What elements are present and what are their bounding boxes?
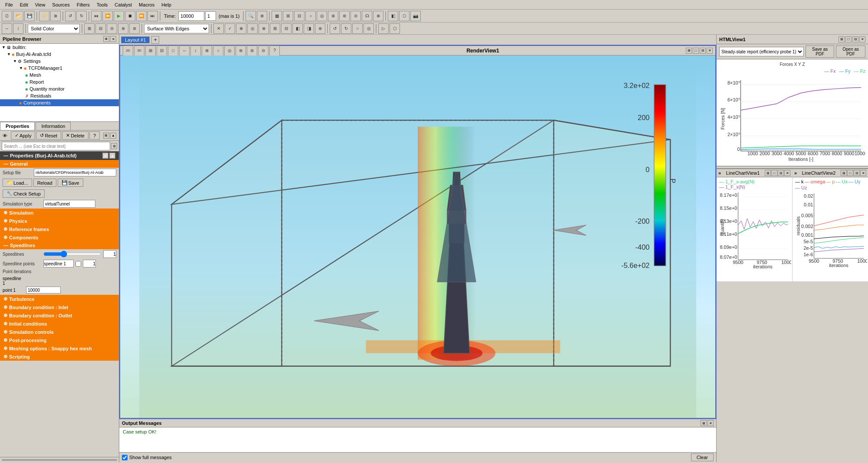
section-init-cond[interactable]: ⊕ Initial conditions: [0, 320, 119, 328]
vt8[interactable]: ⊕: [202, 46, 212, 56]
select-btn[interactable]: ↕: [13, 23, 23, 34]
reset-cam-btn[interactable]: ⊕: [257, 11, 267, 21]
open-pdf-btn[interactable]: Open as PDF: [836, 46, 865, 58]
vt14[interactable]: ?: [269, 46, 280, 56]
section-speedlines[interactable]: — Speedlines: [0, 241, 119, 249]
props-icon2[interactable]: ▲: [110, 133, 116, 139]
lc2-icon2[interactable]: □: [847, 170, 853, 176]
r2-btn8[interactable]: ⊕: [236, 23, 246, 34]
section-turbulence[interactable]: ⊕ Turbulence: [0, 295, 119, 303]
out-icon1[interactable]: ⊞: [701, 420, 707, 426]
reload-btn[interactable]: Reload: [33, 179, 56, 187]
r2-btn16[interactable]: ↺: [330, 23, 340, 34]
menu-help[interactable]: Help: [158, 1, 175, 8]
time-step-input[interactable]: [205, 11, 216, 21]
r2-btn13[interactable]: ◧: [292, 23, 303, 34]
hv-icon1[interactable]: ⊞: [839, 36, 845, 42]
zoom-btn[interactable]: 🔍: [246, 11, 256, 21]
menu-tools[interactable]: Tools: [93, 1, 111, 8]
tree-components[interactable]: ■ Components: [0, 99, 119, 106]
tree-mesh[interactable]: ■ Mesh: [0, 72, 119, 78]
lc1-icon3[interactable]: ⊟: [778, 170, 784, 176]
scene-3d[interactable]: 3.2e+02 200 0 -200 -400 -5.6e+02 P: [120, 55, 715, 418]
pt-iter-2-val[interactable]: [26, 287, 61, 293]
save-btn[interactable]: 💾: [24, 11, 35, 21]
pipeline-close-btn[interactable]: ✕: [110, 36, 116, 42]
r2-btn3[interactable]: ⊝: [107, 23, 117, 34]
r2-btn5[interactable]: ⊚: [129, 23, 140, 34]
lc2-icon1[interactable]: ⊞: [841, 170, 847, 176]
tree-qmon[interactable]: ■ Quantity monitor: [0, 85, 119, 92]
lc1-icon4[interactable]: ✕: [784, 170, 790, 176]
r2-btn10[interactable]: ⊗: [259, 23, 269, 34]
sim-type-input[interactable]: [43, 200, 95, 208]
tree-settings[interactable]: ▼ ⚙ Settings: [0, 58, 119, 65]
section-post-proc[interactable]: ⊕ Post-processing: [0, 336, 119, 344]
undo-btn[interactable]: ↺: [65, 11, 75, 21]
play-start-btn[interactable]: ⏮: [91, 11, 102, 21]
vt1[interactable]: 2D: [123, 46, 133, 56]
check-setup-btn[interactable]: 🔧 Check Setup: [3, 189, 45, 198]
r2-btn14[interactable]: ◨: [304, 23, 314, 34]
section-meshing[interactable]: ⊕ Meshing options : Snappy hex mesh: [0, 344, 119, 352]
rv-icon4[interactable]: ✕: [707, 48, 713, 54]
vt7[interactable]: ↕: [190, 46, 201, 56]
r2-btn15[interactable]: ⊛: [315, 23, 325, 34]
vt5[interactable]: □: [168, 46, 178, 56]
time-input[interactable]: [178, 11, 204, 21]
search-options-btn[interactable]: ⚙: [111, 143, 117, 149]
add-layout-btn[interactable]: +: [151, 36, 159, 44]
reset-btn[interactable]: ↺ Reset: [36, 131, 61, 140]
tree-tcfd[interactable]: ▼ ■ TCFDManager1: [0, 65, 119, 72]
tb6[interactable]: ⊛: [328, 11, 338, 21]
vt6[interactable]: ↔: [179, 46, 190, 56]
menu-file[interactable]: File: [2, 1, 16, 8]
sp-pts-name[interactable]: [43, 260, 74, 267]
sp-pts-val[interactable]: [83, 260, 96, 267]
r2-btn19[interactable]: ◎: [364, 23, 374, 34]
tb12[interactable]: ⬡: [399, 11, 409, 21]
section-bc-inlet[interactable]: ⊕ Boundary condition : Inlet: [0, 303, 119, 311]
r2-btn17[interactable]: ↻: [341, 23, 351, 34]
section-bc-outlet[interactable]: ⊕ Boundary condition : Outlet: [0, 311, 119, 320]
r2-btn20[interactable]: ▷: [378, 23, 389, 34]
r2-btn2[interactable]: ⊟: [95, 23, 106, 34]
vt12[interactable]: ⊚: [247, 46, 257, 56]
section-physics[interactable]: ⊕ Physics: [0, 217, 119, 225]
hv-icon3[interactable]: ⊟: [852, 36, 858, 42]
vt3[interactable]: ⊞: [145, 46, 156, 56]
load-btn[interactable]: 📁 Load...: [3, 179, 32, 187]
section-general[interactable]: — General: [0, 160, 119, 168]
r2-btn4[interactable]: ⊛: [118, 23, 128, 34]
out-icon2[interactable]: ✕: [708, 420, 714, 426]
vt13[interactable]: ⊝: [258, 46, 269, 56]
vt2[interactable]: 3D: [134, 46, 144, 56]
search-input[interactable]: [2, 142, 110, 150]
props-icon1[interactable]: ⊞: [103, 133, 109, 139]
surface-mode-select[interactable]: Surface With Edges: [144, 24, 209, 33]
menu-edit[interactable]: Edit: [16, 1, 32, 8]
speed-slider[interactable]: [43, 251, 102, 257]
props-title-icon2[interactable]: ▲: [109, 153, 115, 159]
play-btn[interactable]: ▶: [114, 11, 124, 21]
hv-icon2[interactable]: □: [845, 36, 852, 42]
tb2[interactable]: ⊞: [283, 11, 293, 21]
show-full-check[interactable]: [122, 455, 128, 460]
color-mode-select[interactable]: Solid Color: [28, 24, 80, 33]
tree-residuals[interactable]: ✗ Residuals: [0, 92, 119, 99]
rv-icon1[interactable]: ⊞: [686, 48, 692, 54]
layout-tab-1[interactable]: Layout #1: [121, 36, 150, 43]
tb8[interactable]: ⊝: [350, 11, 361, 21]
r2-btn6[interactable]: ✕: [213, 23, 224, 34]
stop-btn[interactable]: ⏹: [125, 11, 135, 21]
tb3[interactable]: ⊟: [294, 11, 305, 21]
tab-information[interactable]: Information: [36, 122, 71, 130]
rv-icon2[interactable]: □: [693, 48, 699, 54]
apply-btn[interactable]: ✓ Apply: [11, 131, 36, 140]
menu-sources[interactable]: Sources: [49, 1, 73, 8]
tb1[interactable]: ▦: [272, 11, 282, 21]
section-components[interactable]: ⊕ Components: [0, 233, 119, 241]
report-select[interactable]: Steady-state report (efficiency probe 1): [719, 47, 804, 56]
next-btn[interactable]: ⏩: [136, 11, 147, 21]
setup-file-input[interactable]: [34, 169, 116, 176]
